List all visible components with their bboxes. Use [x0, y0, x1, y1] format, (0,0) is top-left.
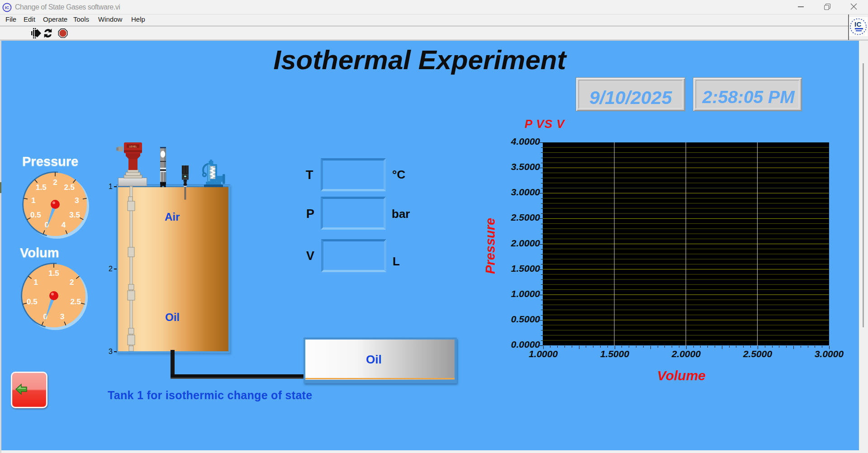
svg-text:1.5: 1.5 [36, 183, 47, 192]
svg-text:3.5: 3.5 [69, 211, 80, 219]
svg-text:1: 1 [33, 278, 38, 287]
svg-text:C: C [857, 20, 862, 28]
svg-text:0.5: 0.5 [30, 211, 41, 219]
svg-text:3: 3 [60, 312, 64, 321]
svg-text:IC: IC [5, 5, 9, 10]
svg-text:2.5: 2.5 [64, 183, 75, 192]
svg-text:1.5: 1.5 [48, 269, 59, 278]
svg-text:1: 1 [31, 196, 35, 205]
svg-text:LEVEL: LEVEL [129, 145, 137, 148]
svg-text:2: 2 [70, 278, 74, 287]
svg-text:2.5: 2.5 [70, 297, 81, 306]
svg-text:0.5: 0.5 [27, 297, 38, 306]
svg-text:2: 2 [53, 178, 57, 187]
svg-text:I: I [854, 20, 856, 28]
svg-text:4: 4 [62, 221, 66, 229]
svg-text:3: 3 [75, 196, 79, 205]
